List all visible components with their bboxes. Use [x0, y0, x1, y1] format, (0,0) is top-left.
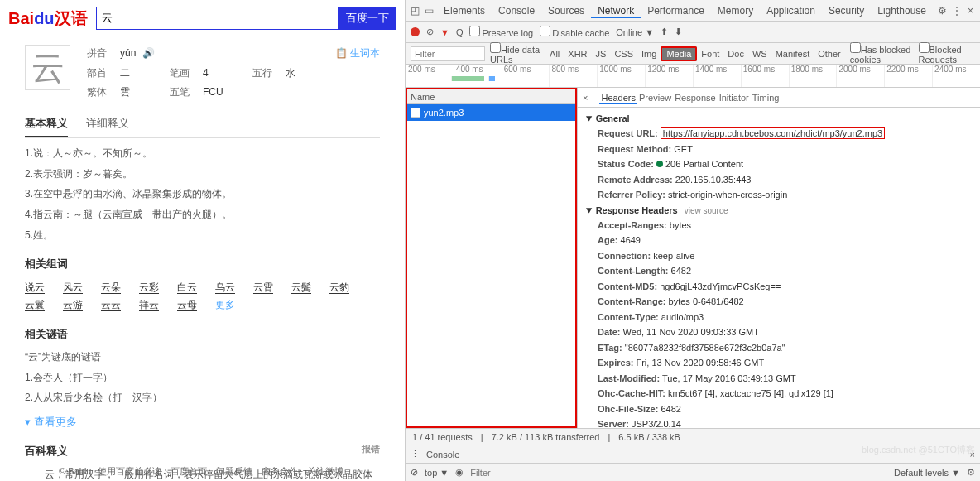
- general-section[interactable]: General Request URL: https://fanyiapp.cd…: [586, 111, 972, 203]
- detail-tab-headers[interactable]: Headers: [599, 93, 637, 104]
- header-row: Date: Wed, 11 Nov 2020 09:03:33 GMT: [586, 325, 972, 340]
- more-words-link[interactable]: 更多: [215, 296, 235, 315]
- device-icon[interactable]: ▭: [423, 5, 435, 17]
- tab-application[interactable]: Application: [760, 5, 822, 17]
- filter-css[interactable]: CSS: [610, 48, 637, 60]
- definition-item: 3.在空中悬浮的由水滴、冰晶聚集形成的物体。: [25, 185, 380, 204]
- tab-network[interactable]: Network: [591, 5, 641, 18]
- level-select[interactable]: Default levels ▼: [894, 468, 960, 478]
- filter-input[interactable]: [411, 46, 485, 61]
- tab-security[interactable]: Security: [822, 5, 871, 17]
- detail-tab-response[interactable]: Response: [673, 93, 718, 103]
- riddle-item: 1.会吞人（打一字）: [25, 369, 380, 387]
- word-link[interactable]: 云豹: [329, 279, 349, 297]
- tab-performance[interactable]: Performance: [641, 5, 711, 17]
- tab-detail[interactable]: 详细释义: [86, 110, 129, 136]
- inspect-icon[interactable]: ◰: [409, 5, 421, 17]
- filter-img[interactable]: Img: [637, 48, 661, 60]
- filter-doc[interactable]: Doc: [723, 48, 748, 60]
- header-row: Expires: Fri, 13 Nov 2020 09:58:46 GMT: [586, 355, 972, 371]
- footer-link[interactable]: 商务合作: [262, 466, 298, 476]
- word-link[interactable]: 云母: [177, 296, 197, 315]
- header-row: Content-Type: audio/mp3: [586, 310, 972, 325]
- footer-link[interactable]: 百度首页: [171, 466, 207, 476]
- word-link[interactable]: 乌云: [215, 279, 235, 297]
- header-row: Server: JSP3/2.0.14: [586, 416, 972, 428]
- search-button[interactable]: 百度一下: [339, 7, 396, 30]
- tab-basic[interactable]: 基本释义: [25, 110, 68, 137]
- upload-icon[interactable]: ⬆: [661, 26, 668, 37]
- console-filter-input[interactable]: [470, 468, 887, 478]
- riddle-item: 2.人从宋后少名桧（打一汉字）: [25, 389, 380, 407]
- close-icon[interactable]: ×: [964, 5, 977, 17]
- filter-icon[interactable]: ▼: [440, 27, 449, 37]
- detail-tab-preview[interactable]: Preview: [637, 93, 673, 103]
- tab-memory[interactable]: Memory: [711, 5, 760, 17]
- list-header[interactable]: Name: [407, 89, 575, 104]
- blocked-cookies-checkbox[interactable]: Has blocked cookies: [850, 42, 914, 65]
- filter-manifest[interactable]: Manifest: [771, 48, 814, 60]
- tab-console[interactable]: Console: [492, 5, 541, 17]
- disable-cache-checkbox[interactable]: Disable cache: [540, 26, 609, 38]
- word-link[interactable]: 风云: [63, 279, 83, 297]
- word-link[interactable]: 云云: [101, 296, 121, 315]
- filter-xhr[interactable]: XHR: [564, 48, 591, 60]
- timeline[interactable]: 200 ms400 ms600 ms800 ms1000 ms1200 ms14…: [406, 65, 980, 88]
- baidu-logo[interactable]: Baidu汉语: [8, 7, 88, 30]
- footer-link[interactable]: 问题反馈: [216, 466, 252, 476]
- download-icon[interactable]: ⬇: [675, 26, 682, 37]
- word-link[interactable]: 说云: [25, 279, 45, 297]
- filter-all[interactable]: All: [545, 48, 564, 60]
- see-more-link[interactable]: ▾ 查看更多: [25, 412, 380, 431]
- filter-font[interactable]: Font: [697, 48, 723, 60]
- word-link[interactable]: 云朵: [101, 279, 121, 297]
- word-link[interactable]: 云霄: [253, 279, 273, 297]
- close-detail-icon[interactable]: ×: [583, 93, 588, 103]
- preserve-log-checkbox[interactable]: Preserve log: [469, 26, 533, 38]
- vocab-link[interactable]: 📋 生词本: [335, 45, 380, 63]
- settings-icon[interactable]: ⚙: [936, 5, 949, 17]
- report-link[interactable]: 报错: [362, 441, 380, 458]
- header-row: Accept-Ranges: bytes: [586, 218, 972, 233]
- tab-lighthouse[interactable]: Lighthouse: [871, 5, 933, 17]
- blocked-req-checkbox[interactable]: Blocked Requests: [919, 42, 976, 65]
- sound-icon[interactable]: 🔊: [142, 47, 155, 59]
- detail-tab-initiator[interactable]: Initiator: [718, 93, 751, 103]
- word-link[interactable]: 祥云: [139, 296, 159, 315]
- console-settings-icon[interactable]: ⚙: [967, 467, 975, 478]
- word-link[interactable]: 云鬟: [25, 296, 45, 315]
- more-icon[interactable]: ⋮: [950, 5, 963, 17]
- word-link[interactable]: 云彩: [139, 279, 159, 297]
- view-source-link[interactable]: view source: [685, 206, 728, 215]
- eye-icon[interactable]: ◉: [455, 467, 464, 478]
- tab-elements[interactable]: Elements: [437, 5, 492, 17]
- detail-tab-timing[interactable]: Timing: [751, 93, 781, 103]
- header-row: Content-Length: 6482: [586, 263, 972, 279]
- throttle-select[interactable]: Online ▼: [616, 27, 654, 37]
- filter-media[interactable]: Media: [661, 46, 697, 61]
- word-link[interactable]: 云鬓: [291, 279, 311, 297]
- request-row[interactable]: yun2.mp3: [407, 104, 575, 121]
- console-toggle-icon[interactable]: ⋮: [411, 449, 420, 459]
- response-headers-section[interactable]: Response Headersview source Accept-Range…: [586, 203, 972, 429]
- word-link[interactable]: 白云: [177, 279, 197, 297]
- search-icon[interactable]: Q: [456, 27, 464, 37]
- section-riddle: 相关谜语: [25, 325, 380, 344]
- hide-urls-checkbox[interactable]: Hide data URLs: [490, 42, 540, 65]
- context-select[interactable]: top ▼: [425, 468, 449, 478]
- console-clear-icon[interactable]: ⊘: [411, 467, 418, 478]
- footer-link[interactable]: 使用百度前必读: [98, 466, 161, 476]
- filter-other[interactable]: Other: [814, 48, 845, 60]
- tab-sources[interactable]: Sources: [541, 5, 591, 17]
- definition-tabs: 基本释义 详细释义: [25, 110, 380, 138]
- footer-link[interactable]: 关注微博: [307, 466, 343, 476]
- definition-item: 5.姓。: [25, 227, 380, 245]
- word-link[interactable]: 云游: [63, 296, 83, 315]
- filter-ws[interactable]: WS: [748, 48, 771, 60]
- search-input[interactable]: [96, 7, 339, 30]
- record-icon[interactable]: [411, 27, 420, 36]
- clear-icon[interactable]: ⊘: [426, 26, 434, 37]
- footer: © Baidu 使用百度前必读 百度首页 问题反馈 商务合作 关注微博: [0, 465, 406, 478]
- section-baike: 百科释义报错: [25, 441, 380, 460]
- filter-js[interactable]: JS: [592, 48, 611, 60]
